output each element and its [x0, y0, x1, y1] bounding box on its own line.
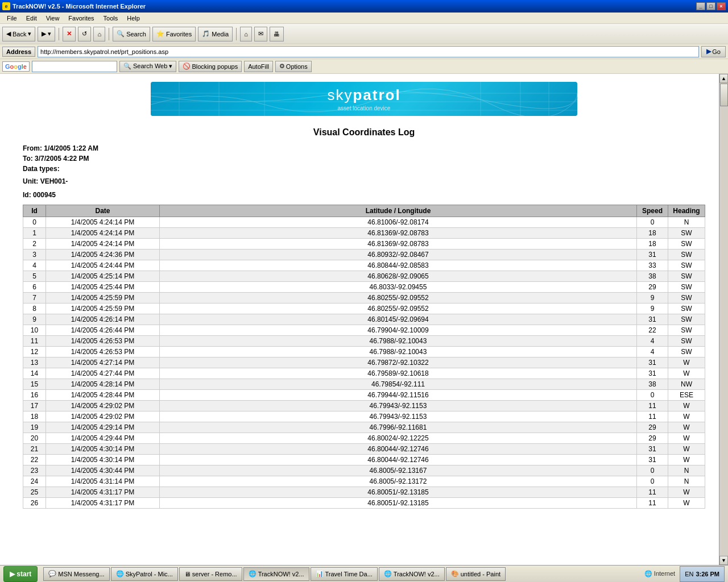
close-button[interactable]: ×	[717, 2, 726, 10]
row-latlon: 46.81006/-92.08174	[160, 217, 637, 228]
scroll-up-button[interactable]: ▲	[719, 74, 728, 83]
row-latlon: 46.80844/-92.08583	[160, 260, 637, 271]
menu-edit[interactable]: Edit	[22, 14, 42, 23]
options-button[interactable]: ⚙ Options	[275, 61, 312, 72]
taskbar-traveltime[interactable]: 📊 Travel Time Da...	[311, 567, 378, 581]
history-button[interactable]: ⌂	[240, 27, 252, 41]
row-heading: SW	[668, 239, 705, 250]
row-date: 1/4/2005 4:24:14 PM	[46, 239, 160, 250]
row-heading: W	[668, 487, 705, 498]
status-right: 🌐 Internet EN 3:26 PM	[644, 566, 725, 582]
scroll-track[interactable]	[719, 83, 728, 556]
table-row: 121/4/2005 4:26:53 PM46.7988/-92.100434S…	[23, 347, 705, 357]
google-bar: Google 🔍 Search Web ▾ 🚫 Blocking popups …	[0, 59, 728, 74]
row-date: 1/4/2005 4:27:14 PM	[46, 357, 160, 368]
row-date: 1/4/2005 4:24:36 PM	[46, 250, 160, 260]
banner-sub: asset location device	[338, 105, 391, 111]
scroll-down-button[interactable]: ▼	[719, 556, 728, 565]
mail-button[interactable]: ✉	[254, 27, 267, 41]
row-speed: 38	[637, 379, 668, 390]
forward-button[interactable]: ▶ ▾	[38, 27, 55, 41]
taskbar-tracknow1[interactable]: 🌐 TrackNOW! v2...	[243, 567, 309, 581]
menu-view[interactable]: View	[42, 14, 64, 23]
address-input[interactable]	[38, 46, 699, 57]
favorites-button[interactable]: ⭐ Favorites	[152, 27, 196, 41]
taskbar-server[interactable]: 🖥 server - Remo...	[179, 567, 242, 581]
search-web-button[interactable]: 🔍 Search Web ▾	[119, 61, 176, 72]
menu-tools[interactable]: Tools	[99, 14, 123, 23]
row-speed: 31	[637, 250, 668, 260]
stop-icon: ✕	[67, 30, 72, 38]
unit-label: Unit: VEH001-	[23, 177, 705, 185]
refresh-button[interactable]: ↺	[78, 27, 91, 41]
row-latlon: 46.81369/-92.08783	[160, 239, 637, 250]
table-row: 171/4/2005 4:29:02 PM46.79943/-92.115311…	[23, 401, 705, 411]
row-latlon: 46.80044/-92.12746	[160, 455, 637, 465]
content-area: skypatrol asset location device Visual C…	[0, 74, 728, 565]
scrollbar[interactable]: ▲ ▼	[719, 74, 728, 565]
google-search-input[interactable]	[32, 61, 117, 72]
menu-file[interactable]: File	[2, 14, 22, 23]
row-id: 10	[23, 325, 46, 336]
minimize-button[interactable]: _	[696, 2, 705, 10]
data-types: Data types:	[23, 165, 705, 173]
address-label: Address	[2, 47, 35, 57]
row-speed: 11	[637, 498, 668, 509]
row-latlon: 46.80628/-92.09065	[160, 271, 637, 282]
col-header-speed: Speed	[637, 205, 668, 217]
scroll-thumb[interactable]	[720, 84, 728, 106]
row-id: 14	[23, 368, 46, 379]
taskbar-paint[interactable]: 🎨 untitled - Paint	[446, 567, 506, 581]
stop-button[interactable]: ✕	[63, 27, 76, 41]
table-row: 161/4/2005 4:28:44 PM46.79944/-92.115160…	[23, 390, 705, 401]
row-heading: SW	[668, 282, 705, 293]
start-button[interactable]: ▶ start	[3, 566, 38, 582]
table-row: 111/4/2005 4:26:53 PM46.7988/-92.100434S…	[23, 336, 705, 347]
go-button[interactable]: ▶ Go	[701, 46, 726, 57]
row-latlon: 46.8033/-92.09455	[160, 282, 637, 293]
row-latlon: 46.7988/-92.10043	[160, 336, 637, 347]
row-speed: 29	[637, 433, 668, 444]
taskbar-msn[interactable]: 💬 MSN Messeng...	[43, 567, 109, 581]
table-row: 231/4/2005 4:30:44 PM46.8005/-92.131670N	[23, 465, 705, 476]
row-heading: SW	[668, 260, 705, 271]
row-heading: SW	[668, 314, 705, 325]
row-id: 4	[23, 260, 46, 271]
table-row: 51/4/2005 4:25:14 PM46.80628/-92.0906538…	[23, 271, 705, 282]
table-row: 191/4/2005 4:29:14 PM46.7996/-92.1168129…	[23, 422, 705, 433]
menu-favorites[interactable]: Favorites	[64, 14, 98, 23]
back-button[interactable]: ◀ Back ▾	[2, 27, 35, 41]
taskbar-tracknow2[interactable]: 🌐 TrackNOW! v2...	[379, 567, 445, 581]
row-latlon: 46.80255/-92.09552	[160, 304, 637, 314]
row-heading: ESE	[668, 390, 705, 401]
maximize-button[interactable]: □	[706, 2, 715, 10]
mail-icon: ✉	[258, 30, 263, 38]
row-id: 13	[23, 357, 46, 368]
search-web-icon: 🔍	[123, 63, 131, 69]
table-row: 131/4/2005 4:27:14 PM46.79872/-92.103223…	[23, 357, 705, 368]
row-latlon: 46.80044/-92.12746	[160, 444, 637, 455]
options-icon: ⚙	[279, 63, 285, 70]
print-button[interactable]: 🖶	[270, 27, 284, 41]
media-button[interactable]: 🎵 Media	[198, 27, 233, 41]
col-header-heading: Heading	[668, 205, 705, 217]
row-heading: W	[668, 368, 705, 379]
row-date: 1/4/2005 4:25:59 PM	[46, 293, 160, 304]
search-button[interactable]: 🔍 Search	[113, 27, 150, 41]
row-speed: 31	[637, 455, 668, 465]
taskbar-skypatrol[interactable]: 🌐 SkyPatrol - Mic...	[111, 567, 178, 581]
page-content: Visual Coordinates Log From: 1/4/2005 1:…	[0, 122, 728, 565]
row-speed: 0	[637, 476, 668, 487]
row-heading: SW	[668, 271, 705, 282]
table-row: 91/4/2005 4:26:14 PM46.80145/-92.0969431…	[23, 314, 705, 325]
coordinates-table: Id Date Latitude / Longitude Speed Headi…	[23, 205, 705, 509]
row-speed: 29	[637, 422, 668, 433]
row-latlon: 46.80932/-92.08467	[160, 250, 637, 260]
table-row: 181/4/2005 4:29:02 PM46.79943/-92.115311…	[23, 411, 705, 422]
autofill-button[interactable]: AutoFill	[244, 61, 273, 72]
block-popups-button[interactable]: 🚫 Blocking popups	[179, 61, 242, 72]
row-id: 23	[23, 465, 46, 476]
home-button[interactable]: ⌂	[93, 27, 105, 41]
row-id: 17	[23, 401, 46, 411]
menu-help[interactable]: Help	[122, 14, 144, 23]
